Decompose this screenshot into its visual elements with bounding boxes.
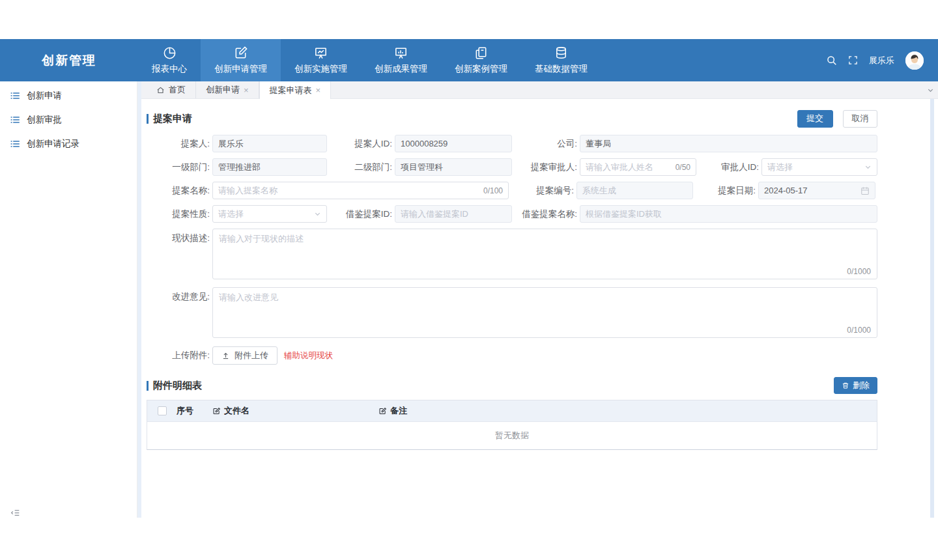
proposer-id-field xyxy=(395,135,512,152)
sidebar-item-innovation-approve[interactable]: 创新审批 xyxy=(0,107,137,132)
nav-item-label: 创新案例管理 xyxy=(455,63,507,75)
attachment-table: 序号 文件名 备注 暂无数据 xyxy=(147,400,877,450)
improvement-counter: 0/1000 xyxy=(847,326,871,335)
proposal-name-label: 提案名称: xyxy=(154,185,210,197)
nav-item-report-center[interactable]: 报表中心 xyxy=(138,39,201,81)
approver-input[interactable] xyxy=(586,162,672,172)
column-header-remark: 备注 xyxy=(378,405,877,417)
sidebar-item-innovation-apply[interactable]: 创新申请 xyxy=(0,83,137,107)
chevron-down-icon xyxy=(314,210,321,217)
edit-icon xyxy=(212,407,221,415)
status-desc-field[interactable]: 0/1000 xyxy=(212,229,877,279)
tab-label: 提案申请表 xyxy=(270,85,312,96)
dept1-label: 一级部门: xyxy=(154,161,210,173)
improvement-textarea[interactable] xyxy=(213,288,877,337)
approver-label: 提案审批人: xyxy=(512,161,577,173)
proposal-no-input xyxy=(582,186,687,195)
dept1-field xyxy=(212,158,327,176)
approver-id-select[interactable]: 请选择 xyxy=(761,158,877,176)
submit-button[interactable]: 提交 xyxy=(797,110,833,128)
ref-name-input xyxy=(586,209,872,219)
cancel-button[interactable]: 取消 xyxy=(843,110,877,128)
tab-proposal-form[interactable]: 提案申请表 × xyxy=(259,81,332,99)
improvement-field[interactable]: 0/1000 xyxy=(212,287,877,338)
nav-item-case[interactable]: 创新案例管理 xyxy=(441,39,521,81)
edit-square-icon xyxy=(233,46,248,61)
content-right-scrollbar[interactable] xyxy=(930,99,934,518)
tabbar-dropdown-icon[interactable] xyxy=(927,81,938,98)
fullscreen-icon[interactable] xyxy=(848,55,858,65)
status-desc-counter: 0/1000 xyxy=(847,267,871,276)
company-input xyxy=(586,139,872,148)
documents-icon xyxy=(474,46,489,61)
select-placeholder: 请选择 xyxy=(218,208,314,220)
database-icon xyxy=(554,46,569,61)
nav-item-achievement[interactable]: 创新成果管理 xyxy=(361,39,441,81)
search-icon[interactable] xyxy=(826,55,837,66)
tab-bar: 首页 创新申请 × 提案申请表 × xyxy=(141,81,938,99)
section-title-attachments: 附件明细表 xyxy=(147,380,202,392)
user-avatar[interactable] xyxy=(905,51,924,70)
ref-name-label: 借鉴提案名称: xyxy=(512,208,577,220)
section-title-proposal: 提案申请 xyxy=(147,113,192,125)
sidebar-fold-icon[interactable] xyxy=(10,508,20,518)
approver-id-label: 审批人ID: xyxy=(696,161,759,173)
proposer-label: 提案人: xyxy=(154,138,210,150)
presentation-bars-icon xyxy=(393,46,408,61)
sidebar-item-label: 创新申请 xyxy=(27,90,62,102)
attachment-upload-button[interactable]: 附件上传 xyxy=(212,346,277,365)
navbar-right: 展乐乐 xyxy=(826,39,938,81)
page-title: 提案申请 xyxy=(153,113,192,125)
proposer-id-input xyxy=(401,139,506,148)
home-icon xyxy=(156,86,165,94)
attachment-table-title: 附件明细表 xyxy=(153,380,202,392)
ref-id-field xyxy=(395,205,512,223)
top-navbar: 创新管理 报表中心 创新申请管理 创新实施管理 创新成果管理 xyxy=(0,39,938,81)
list-icon xyxy=(10,115,20,125)
upload-button-label: 附件上传 xyxy=(234,350,268,361)
nav-item-implementation[interactable]: 创新实施管理 xyxy=(281,39,361,81)
company-field xyxy=(580,135,877,152)
proposal-name-input[interactable] xyxy=(218,186,479,195)
improvement-label: 改进意见: xyxy=(154,287,210,338)
nav-item-label: 创新成果管理 xyxy=(375,63,427,75)
trash-icon xyxy=(842,382,849,389)
proposal-name-field[interactable]: 0/100 xyxy=(212,182,509,199)
nav-item-label: 创新申请管理 xyxy=(214,63,267,75)
list-icon xyxy=(10,139,20,149)
proposer-field xyxy=(212,135,327,152)
chevron-down-icon xyxy=(864,163,872,171)
approver-field[interactable]: 0/50 xyxy=(580,158,696,176)
nav-item-label: 报表中心 xyxy=(152,63,187,75)
app-brand: 创新管理 xyxy=(0,39,138,81)
edit-icon xyxy=(378,407,387,415)
select-all-checkbox[interactable] xyxy=(158,406,167,415)
tab-label: 创新申请 xyxy=(206,84,240,96)
sidebar-item-apply-records[interactable]: 创新申请记录 xyxy=(0,132,137,156)
sidebar: 创新申请 创新审批 创新申请记录 xyxy=(0,81,137,518)
ref-id-input xyxy=(401,209,506,219)
tab-home[interactable]: 首页 xyxy=(147,81,195,98)
delete-button[interactable]: 删除 xyxy=(834,377,877,394)
tab-label: 首页 xyxy=(169,84,186,96)
title-accent-bar xyxy=(147,381,149,391)
close-icon[interactable]: × xyxy=(316,86,321,94)
upload-label: 上传附件: xyxy=(154,350,210,361)
status-desc-label: 现状描述: xyxy=(154,229,210,279)
nature-select[interactable]: 请选择 xyxy=(212,205,327,223)
nav-item-base-data[interactable]: 基础数据管理 xyxy=(521,39,601,81)
sidebar-item-label: 创新审批 xyxy=(27,114,62,126)
close-icon[interactable]: × xyxy=(244,86,249,94)
tab-innovation-apply[interactable]: 创新申请 × xyxy=(195,81,259,98)
column-header-index: 序号 xyxy=(177,405,212,417)
delete-button-label: 删除 xyxy=(853,380,870,391)
current-username: 展乐乐 xyxy=(869,55,894,66)
nav-item-innovation-apply[interactable]: 创新申请管理 xyxy=(201,39,281,81)
proposal-form: 提案人: 提案人ID: 公司: 一级部门: 二级部门: xyxy=(154,135,877,365)
head-actions: 提交 取消 xyxy=(797,110,877,128)
proposer-id-label: 提案人ID: xyxy=(327,138,392,150)
dept1-input xyxy=(218,162,321,172)
nature-label: 提案性质: xyxy=(154,208,210,220)
proposal-date-field xyxy=(758,182,875,199)
status-desc-textarea[interactable] xyxy=(213,229,877,279)
